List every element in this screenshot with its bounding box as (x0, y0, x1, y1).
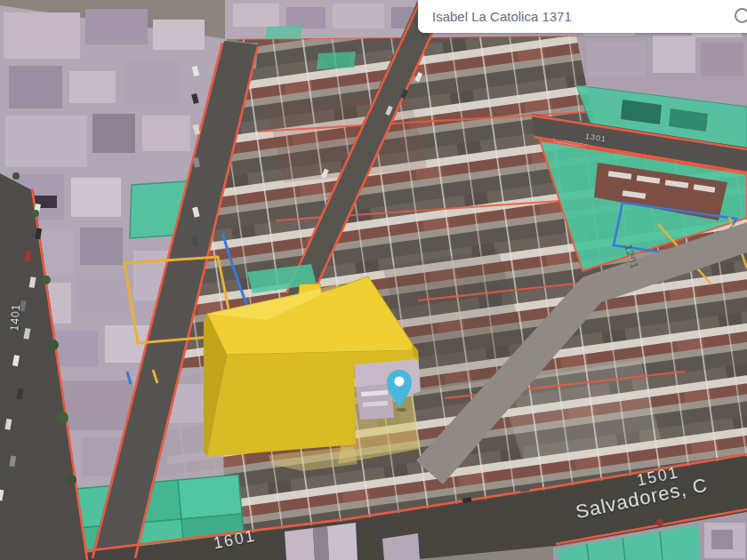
search-input[interactable] (430, 8, 710, 25)
search-icon[interactable] (735, 8, 747, 23)
map-3d-view[interactable]: 1401 1301 1201 1601 1501 Salvadores, C (0, 0, 747, 560)
search-bar (418, 0, 747, 33)
street-label-1401: 1401 (8, 303, 22, 332)
map-canvas (0, 0, 747, 560)
